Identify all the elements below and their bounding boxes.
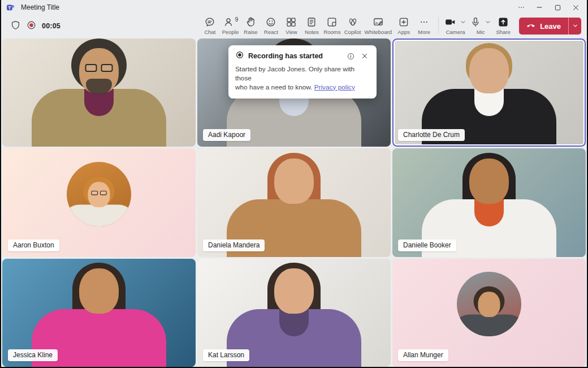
window-controls — [512, 1, 585, 14]
toolbar-button-label: Chat — [204, 29, 215, 36]
minimize-icon — [535, 3, 544, 12]
toolbar-button-more[interactable]: More — [414, 15, 434, 36]
close-icon[interactable] — [360, 51, 370, 61]
avatar — [457, 272, 521, 336]
meeting-timer: 00:05 — [42, 22, 60, 30]
video-tile-kat-larsson[interactable]: Kat Larsson — [197, 259, 391, 367]
participant-name-tag: Allan Munger — [398, 349, 448, 361]
video-tile-charlotte-de-crum[interactable]: Charlotte De Crum — [392, 38, 586, 147]
toast-title: Recording has started — [248, 52, 341, 60]
toast-body-line1: Started by Jacob Jones. Only share with … — [235, 65, 354, 82]
recording-dot-icon — [26, 20, 37, 33]
toast-body-line2: who have a need to know. — [235, 83, 312, 91]
toolbar-button-copilot[interactable]: Copilot — [343, 15, 363, 36]
toolbar-button-apps[interactable]: Apps — [394, 15, 414, 36]
toolbar-button-label: Apps — [397, 29, 410, 36]
more-options-icon — [517, 3, 526, 12]
toolbar-button-chat[interactable]: Chat — [200, 15, 220, 36]
copilot-icon — [347, 16, 358, 28]
video-art — [2, 38, 196, 147]
toolbar-divider — [438, 17, 439, 34]
notes-icon — [306, 16, 317, 28]
participant-name-tag: Jessica Kline — [8, 349, 58, 361]
toolbar-button-label: Raise — [244, 29, 257, 36]
maximize-button[interactable] — [548, 1, 567, 14]
person-figure — [31, 47, 167, 147]
toolbar-button-label: View — [286, 29, 297, 36]
leave-button-label: Leave — [540, 22, 561, 31]
window-title: Meeting Title — [21, 3, 59, 11]
toast-body: Started by Jacob Jones. Only share with … — [235, 65, 370, 92]
titlebar: Meeting Title — [0, 0, 588, 15]
toolbar-button-label: Whiteboard — [365, 29, 392, 36]
video-tile-jessica-kline[interactable]: Jessica Kline — [2, 259, 196, 367]
view-icon — [286, 16, 297, 28]
video-tile-allan-munger[interactable]: Allan Munger — [392, 259, 586, 367]
avatar — [67, 162, 131, 226]
leave-split-button: Leave — [519, 18, 581, 35]
toolbar-device-buttons: CameraMicShare — [443, 15, 513, 36]
video-tile-danielle-booker[interactable]: Danielle Booker — [392, 148, 586, 256]
person-figure — [67, 181, 131, 226]
participant-name-tag: Kat Larsson — [203, 349, 249, 361]
leave-options-button[interactable] — [568, 18, 581, 35]
chevron-down-icon — [572, 21, 578, 31]
maximize-icon — [554, 3, 562, 12]
participant-name-tag: Charlotte De Crum — [398, 129, 465, 141]
share-icon — [498, 16, 509, 28]
toolbar-main-buttons: Chat9PeopleRaiseReactViewNotesRoomsCopil… — [200, 15, 434, 36]
participant-name-tag: Aadi Kapoor — [203, 129, 250, 141]
mic-options-chevron[interactable] — [485, 19, 491, 25]
toolbar-button-label: More — [418, 29, 430, 36]
toolbar-button-notes[interactable]: Notes — [301, 15, 322, 36]
toolbar-button-rooms[interactable]: Rooms — [322, 15, 342, 36]
toolbar-button-raise[interactable]: Raise — [240, 15, 261, 36]
camera-options-chevron[interactable] — [460, 19, 466, 25]
apps-icon — [398, 16, 409, 28]
recording-badge-icon — [235, 50, 244, 62]
toolbar-button-label: Copilot — [344, 29, 361, 36]
video-tile-self[interactable] — [2, 38, 196, 147]
toolbar-button-label: Notes — [305, 29, 319, 36]
titlebar-more-button[interactable] — [512, 1, 530, 14]
close-icon — [572, 3, 580, 12]
raise-hand-icon — [245, 16, 256, 28]
close-button[interactable] — [567, 1, 585, 14]
toolbar-button-label: Mic — [477, 29, 485, 36]
toolbar-button-label: Camera — [446, 29, 465, 36]
toolbar-button-people[interactable]: 9People — [220, 15, 240, 36]
toolbar-button-view[interactable]: View — [281, 15, 301, 36]
react-icon — [265, 16, 276, 28]
chat-icon — [204, 16, 215, 28]
toast-header: Recording has started — [235, 50, 370, 62]
participant-name-tag: Daniela Mandera — [203, 239, 265, 251]
privacy-policy-link[interactable]: Privacy policy — [314, 83, 355, 91]
recording-toast: Recording has started Started by Jacob J… — [228, 45, 377, 99]
video-tile-daniela-mandera[interactable]: Daniela Mandera — [197, 148, 391, 256]
phone-hangup-icon — [526, 20, 536, 32]
meeting-toolbar: 00:05 Chat9PeopleRaiseReactViewNotesRoom… — [0, 15, 588, 38]
toolbar-button-label: React — [264, 29, 278, 36]
toolbar-buttons: Chat9PeopleRaiseReactViewNotesRoomsCopil… — [200, 15, 583, 36]
video-tile-aaron-buxton[interactable]: Aaron Buxton — [2, 148, 196, 256]
toolbar-button-label: Rooms — [323, 29, 340, 36]
toolbar-button-mic[interactable]: Mic — [468, 15, 493, 36]
minimize-button[interactable] — [530, 1, 548, 14]
more-icon — [418, 16, 430, 28]
shield-icon — [10, 20, 21, 33]
meeting-status-group: 00:05 — [10, 15, 60, 37]
leave-button[interactable]: Leave — [519, 18, 568, 35]
toolbar-button-react[interactable]: React — [261, 15, 281, 36]
toolbar-button-camera[interactable]: Camera — [443, 15, 468, 36]
info-icon[interactable] — [345, 51, 356, 61]
toolbar-button-whiteboard[interactable]: Whiteboard — [363, 15, 394, 36]
camera-icon — [444, 16, 456, 28]
people-count-badge: 9 — [235, 16, 239, 23]
teams-meeting-window: { "window": { "title": "Meeting Title", … — [0, 0, 588, 368]
toolbar-button-share[interactable]: Share — [493, 15, 513, 36]
rooms-icon — [326, 16, 338, 28]
person-figure — [457, 291, 521, 336]
people-icon — [223, 16, 234, 28]
teams-logo-icon — [6, 3, 15, 12]
toolbar-button-label: People — [222, 29, 239, 36]
